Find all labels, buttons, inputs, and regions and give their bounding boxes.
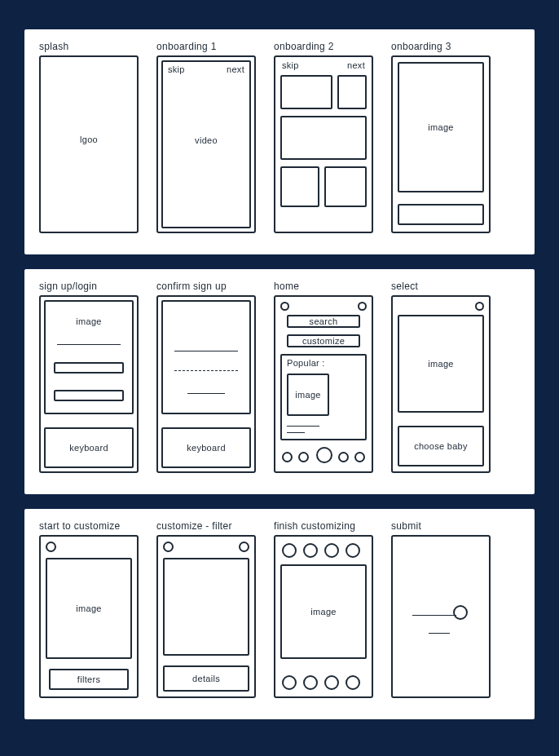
splash-content: lgoo [41, 135, 137, 144]
back-icon[interactable] [163, 542, 174, 552]
divider [57, 344, 121, 345]
onb1-content: video [163, 135, 249, 145]
nav-item-primary[interactable] [316, 447, 332, 463]
tile [280, 166, 319, 207]
phone-frame: image keyboard [39, 295, 139, 473]
slider-handle[interactable] [453, 605, 468, 620]
popular-image[interactable]: image [287, 374, 329, 416]
select-image: image [398, 315, 484, 413]
nav-item[interactable] [338, 452, 349, 462]
caption: select [391, 281, 491, 292]
search-input[interactable]: search [287, 315, 360, 328]
phone-frame: search customize Popular : image [274, 295, 373, 473]
confirm-form-area [161, 300, 251, 414]
wireframe-sheet: splash lgoo onboarding 1 skip next video [0, 0, 559, 756]
phone-frame: skip next video [156, 55, 256, 233]
keyboard[interactable]: keyboard [161, 427, 251, 468]
caption: finish customizing [274, 520, 373, 532]
final-image: image [280, 564, 367, 659]
screen-confirm: confirm sign up keyboard [156, 281, 256, 473]
screen-select: select image choose baby [391, 281, 491, 473]
caption: submit [391, 520, 491, 532]
text-line [287, 432, 305, 433]
profile-icon[interactable] [358, 302, 367, 311]
customize-button[interactable]: customize [287, 334, 360, 347]
popular-section: Popular : image [280, 354, 367, 440]
phone-frame: image choose baby [391, 295, 491, 473]
back-icon[interactable] [46, 542, 56, 552]
tile [280, 116, 367, 160]
option-icon[interactable] [303, 675, 318, 690]
option-icon[interactable] [282, 543, 297, 558]
signup-image: image [46, 316, 132, 326]
onb3-cta[interactable] [398, 204, 484, 225]
divider [187, 393, 225, 394]
nav-item[interactable] [298, 452, 309, 462]
nav-item[interactable] [282, 452, 293, 462]
caption: sign up/login [39, 281, 139, 292]
username-input[interactable] [54, 362, 124, 374]
caption: splash [39, 41, 139, 52]
screen-onboarding-2: onboarding 2 skip next [274, 41, 373, 233]
phone-frame: keyboard [156, 295, 256, 473]
panel-3: start to customize image filters customi… [24, 509, 535, 719]
option-icon[interactable] [324, 543, 339, 558]
caption: onboarding 2 [274, 41, 373, 52]
menu-icon[interactable] [280, 302, 289, 311]
caption: onboarding 3 [391, 41, 491, 52]
caption: home [274, 281, 373, 292]
code-slots[interactable] [174, 370, 238, 371]
close-icon[interactable] [475, 302, 484, 311]
nav-item[interactable] [354, 452, 365, 462]
signup-form-area: image [44, 300, 134, 414]
option-icon[interactable] [346, 543, 360, 558]
divider [174, 351, 238, 351]
phone-frame: image [274, 535, 373, 698]
keyboard[interactable]: keyboard [44, 427, 134, 468]
screen-signup: sign up/login image keyboard [39, 281, 139, 473]
choose-button[interactable]: choose baby [398, 426, 484, 466]
phone-frame: details [156, 535, 256, 698]
phone-frame: skip next [274, 55, 373, 233]
option-icon[interactable] [346, 675, 360, 690]
screen-start-customize: start to customize image filters [39, 520, 139, 698]
screen-submit: submit [391, 520, 491, 698]
tile [324, 166, 367, 207]
phone-frame: lgoo [39, 55, 139, 233]
preview-image: image [46, 558, 132, 659]
nav-bar [275, 449, 372, 466]
screen-onboarding-1: onboarding 1 skip next video [156, 41, 256, 233]
screen-home: home search customize Popular : image [274, 281, 373, 473]
next-button[interactable]: next [227, 64, 244, 74]
text-line [287, 426, 319, 427]
caption: customize - filter [156, 520, 256, 532]
option-icon[interactable] [282, 675, 297, 690]
screen-finish-customizing: finish customizing image [274, 520, 373, 698]
more-icon[interactable] [239, 542, 249, 552]
panel-2: sign up/login image keyboard confirm sig… [24, 269, 535, 494]
screen-customize-filter: customize - filter details [156, 520, 256, 698]
password-input[interactable] [54, 390, 124, 401]
phone-frame: image [391, 55, 491, 233]
tile [337, 75, 367, 109]
popular-heading: Popular : [287, 358, 325, 368]
caption: onboarding 1 [156, 41, 256, 52]
filters-button[interactable]: filters [49, 669, 129, 690]
screen-onboarding-3: onboarding 3 image [391, 41, 491, 233]
next-button[interactable]: next [347, 60, 365, 70]
text-line [429, 633, 450, 634]
skip-button[interactable]: skip [168, 64, 185, 74]
caption: confirm sign up [156, 281, 256, 292]
panel-1: splash lgoo onboarding 1 skip next video [24, 29, 535, 254]
caption: start to customize [39, 520, 139, 532]
onb3-image: image [398, 62, 484, 192]
skip-button[interactable]: skip [282, 60, 299, 70]
slider-track [412, 615, 456, 616]
tile [280, 75, 332, 109]
phone-frame: image filters [39, 535, 139, 698]
option-icon[interactable] [324, 675, 339, 690]
filter-preview [163, 558, 249, 656]
option-icon[interactable] [303, 543, 318, 558]
details-panel[interactable]: details [163, 665, 249, 692]
phone-frame [391, 535, 491, 698]
